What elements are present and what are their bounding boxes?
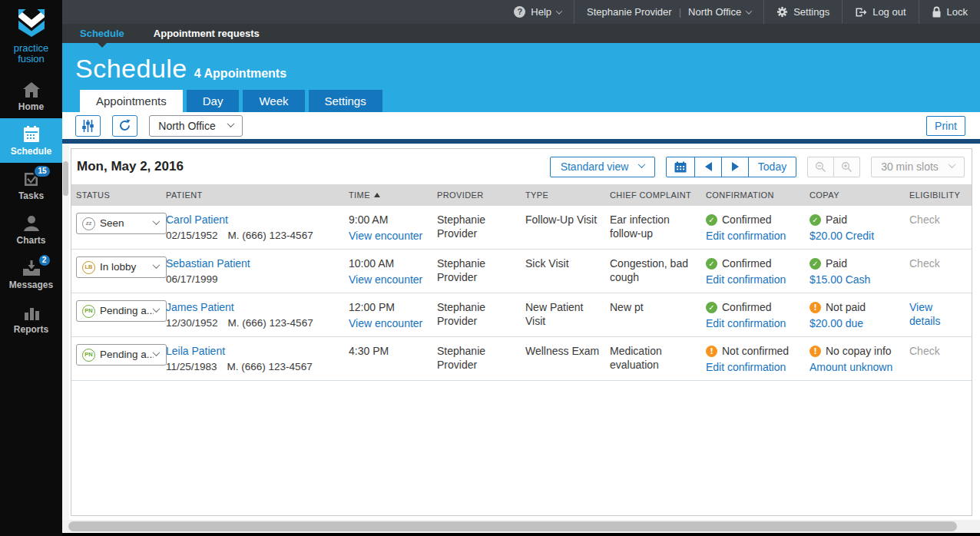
- lock-button[interactable]: Lock: [919, 0, 980, 24]
- logout-icon: [855, 7, 867, 18]
- view-encounter-link[interactable]: View encounter: [349, 316, 422, 330]
- copay-detail-link[interactable]: $20.00 due: [809, 316, 863, 330]
- copay-detail-link[interactable]: $15.00 Cash: [809, 273, 870, 286]
- calendar-picker-button[interactable]: [666, 157, 695, 177]
- column-time[interactable]: TIME: [349, 190, 437, 200]
- column-time-label: TIME: [349, 190, 370, 200]
- zoom-out-button[interactable]: [807, 157, 834, 177]
- next-day-button[interactable]: [721, 157, 749, 177]
- sidebar-item-label: Messages: [9, 280, 53, 290]
- active-tab-notch: [97, 42, 108, 48]
- tasks-icon: 15: [21, 170, 42, 188]
- chief-complaint: Ear infection follow-up: [610, 213, 706, 240]
- sidebar-item-tasks[interactable]: 15 Tasks: [0, 163, 62, 207]
- tab-settings[interactable]: Settings: [309, 90, 382, 112]
- provider-name: Stephanie Provider: [437, 213, 498, 240]
- status-select[interactable]: LB In lobby: [76, 256, 167, 278]
- filter-button[interactable]: [75, 115, 101, 137]
- chevron-down-icon: [556, 8, 562, 14]
- home-icon: [21, 81, 42, 99]
- appointment-row: zz Seen Carol Patient 02/15/1952 M. (666…: [71, 206, 972, 250]
- zoom-in-button[interactable]: [833, 157, 860, 177]
- status-value: Seen: [100, 217, 154, 230]
- vertical-scrollbar-thumb[interactable]: [63, 161, 68, 196]
- copay-detail-link[interactable]: Amount unknown: [809, 360, 892, 374]
- confirmation-status: Confirmed: [722, 300, 772, 314]
- edit-confirmation-link[interactable]: Edit confirmation: [706, 316, 786, 330]
- horizontal-scrollbar-thumb[interactable]: [68, 521, 957, 531]
- tab-week[interactable]: Week: [243, 90, 304, 112]
- sidebar-item-home[interactable]: Home: [0, 74, 62, 118]
- tab-appointments[interactable]: Appointments: [80, 90, 183, 112]
- divider: |: [677, 6, 683, 18]
- no-copay-warning-icon: !: [809, 346, 821, 357]
- messages-badge: 2: [38, 253, 51, 267]
- patient-link[interactable]: Leila Patient: [166, 345, 225, 357]
- print-button[interactable]: Print: [926, 116, 965, 136]
- zoom-in-icon: [841, 161, 853, 173]
- view-encounter-link[interactable]: View encounter: [349, 273, 422, 286]
- chevron-down-icon: [638, 160, 646, 168]
- tab-day[interactable]: Day: [187, 90, 240, 112]
- person-icon: [21, 214, 42, 233]
- appointment-row: PN Pending a... Leila Patient 11/25/1983…: [71, 337, 972, 381]
- view-mode-select[interactable]: Standard view: [550, 157, 655, 177]
- vertical-scrollbar[interactable]: [62, 144, 69, 520]
- confirmation-status: Not confirmed: [722, 344, 789, 358]
- settings-label: Settings: [793, 6, 829, 18]
- status-select[interactable]: PN Pending a...: [76, 300, 167, 322]
- sidebar-item-reports[interactable]: Reports: [0, 296, 62, 341]
- edit-confirmation-link[interactable]: Edit confirmation: [706, 229, 786, 243]
- chief-complaint: Medication evaluation: [610, 344, 706, 372]
- zoom-group: [807, 157, 860, 177]
- patient-link[interactable]: Sebastian Patient: [166, 257, 250, 270]
- view-details-link[interactable]: View details: [909, 301, 940, 327]
- slot-size-select[interactable]: 30 min slots: [871, 157, 965, 177]
- previous-day-button[interactable]: [694, 157, 722, 177]
- patient-phone: M. (666) 123-4567: [228, 316, 313, 330]
- status-select[interactable]: PN Pending a...: [76, 344, 167, 366]
- help-menu[interactable]: ? Help: [502, 0, 574, 24]
- confirmation-status: Confirmed: [722, 213, 772, 227]
- lock-icon: [932, 6, 942, 18]
- provider-name: Stephanie Provider: [437, 256, 498, 284]
- paid-check-icon: ✓: [809, 258, 821, 270]
- tasks-badge: 15: [33, 164, 51, 178]
- inbox-icon: 2: [21, 259, 42, 277]
- page-header: Schedule4 Appointments Appointments Day …: [62, 43, 980, 112]
- calendar-icon: [21, 125, 42, 144]
- logout-button[interactable]: Log out: [842, 0, 918, 24]
- status-seen-icon: zz: [82, 217, 95, 230]
- toolbar: North Office Print: [62, 112, 980, 139]
- patient-link[interactable]: James Patient: [166, 301, 234, 313]
- status-pending-icon: PN: [82, 305, 95, 318]
- edit-confirmation-link[interactable]: Edit confirmation: [706, 273, 786, 286]
- gear-icon: [776, 6, 788, 18]
- copay-detail-link[interactable]: $20.00 Credit: [809, 229, 874, 243]
- user-office-menu[interactable]: Stephanie Provider | North Office: [574, 0, 763, 24]
- view-encounter-link[interactable]: View encounter: [349, 229, 422, 243]
- refresh-button[interactable]: [112, 115, 137, 137]
- chevron-down-icon: [948, 160, 955, 168]
- horizontal-scrollbar[interactable]: [62, 520, 980, 533]
- office-filter-value: North Office: [158, 120, 215, 132]
- column-chief-complaint: CHIEF COMPLAINT: [610, 190, 706, 200]
- sidebar-item-charts[interactable]: Charts: [0, 207, 62, 252]
- subnav-appointment-requests[interactable]: Appointment requests: [154, 28, 260, 39]
- sidebar-item-schedule[interactable]: Schedule: [0, 118, 62, 163]
- settings-button[interactable]: Settings: [763, 0, 842, 24]
- sidebar-item-label: Schedule: [11, 146, 51, 157]
- schedule-panel: Mon, May 2, 2016 Standard view: [71, 148, 972, 516]
- status-value: Pending a...: [100, 348, 154, 362]
- copay-status: No copay info: [826, 344, 892, 358]
- edit-confirmation-link[interactable]: Edit confirmation: [706, 360, 786, 374]
- sliders-icon: [81, 120, 94, 132]
- sidebar-item-messages[interactable]: 2 Messages: [0, 252, 62, 296]
- subnav-schedule[interactable]: Schedule: [80, 28, 124, 39]
- today-button[interactable]: Today: [748, 157, 796, 177]
- status-select[interactable]: zz Seen: [76, 213, 167, 234]
- chevron-down-icon: [153, 217, 161, 225]
- patient-link[interactable]: Carol Patient: [166, 213, 228, 226]
- sidebar-item-label: Charts: [16, 235, 45, 246]
- office-filter-select[interactable]: North Office: [149, 115, 243, 137]
